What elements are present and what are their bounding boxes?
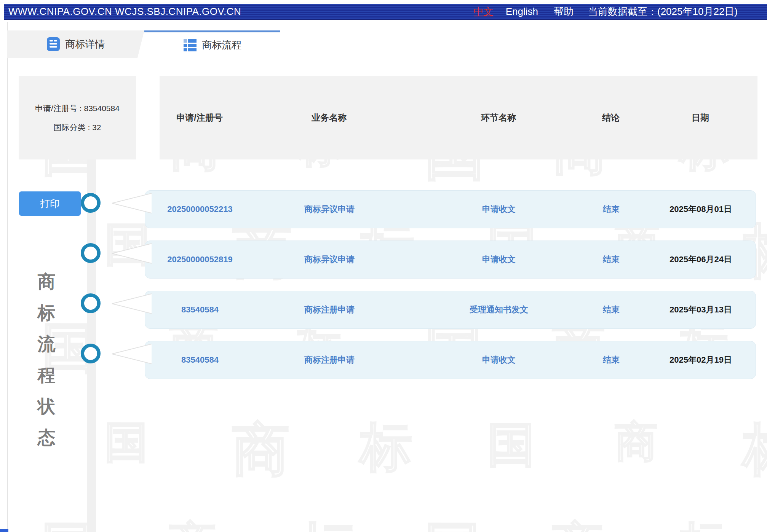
timeline-node-circle: [81, 344, 101, 363]
watermark-char: 标: [680, 521, 725, 532]
row-step-name: 申请收文: [419, 204, 579, 215]
tab-label: 商标详情: [66, 38, 105, 51]
timeline-node-circle: [81, 293, 101, 313]
process-row[interactable]: 83540584 商标注册申请 申请收文 结束 2025年02月19日: [145, 341, 756, 379]
row-conclusion: 结束: [579, 254, 644, 265]
row-date: 2025年03月13日: [644, 304, 758, 315]
timeline-node-circle: [81, 243, 101, 263]
row-business-name: 商标异议申请: [240, 204, 419, 215]
row-business-name: 商标注册申请: [240, 304, 419, 315]
row-app-no[interactable]: 83540584: [160, 355, 240, 365]
row-step-name: 申请收文: [419, 254, 579, 265]
watermark-char: 商: [615, 421, 657, 463]
application-info-panel: 申请/注册号 : 83540584 国际分类 : 32: [19, 76, 136, 159]
row-date: 2025年02月19日: [644, 354, 758, 366]
lang-chinese-link[interactable]: 中文: [474, 5, 494, 18]
watermark-char: 国: [42, 521, 93, 532]
table-header: 申请/注册号 业务名称 环节名称 结论 日期: [160, 76, 757, 159]
col-header-app-no: 申请/注册号: [160, 112, 240, 124]
col-header-date: 日期: [643, 112, 757, 124]
lang-english-link[interactable]: English: [506, 6, 538, 18]
vertical-title-char: 状: [38, 397, 56, 415]
data-cutoff-text: 当前数据截至：(2025年10月22日): [588, 5, 738, 18]
row-app-no[interactable]: 83540584: [160, 305, 240, 315]
watermark-char: 标: [360, 421, 412, 473]
row-step-name: 申请收文: [419, 354, 579, 366]
col-header-business: 业务名称: [240, 112, 419, 124]
row-pointer-arrow: [111, 192, 152, 214]
site-domains: WWW.CNIPA.GOV.CN WCJS.SBJ.CNIPA.GOV.CN: [4, 6, 241, 18]
row-app-no[interactable]: 20250000052213: [160, 204, 240, 214]
row-pointer-arrow: [111, 293, 152, 315]
row-conclusion: 结束: [579, 354, 644, 366]
row-pointer-arrow: [111, 242, 152, 264]
table-grid-icon: [183, 39, 197, 52]
top-bar: WWW.CNIPA.GOV.CN WCJS.SBJ.CNIPA.GOV.CN 中…: [4, 4, 767, 20]
watermark-char: 商: [232, 421, 289, 478]
vertical-page-title: 商标流程状态: [34, 272, 59, 446]
row-business-name: 商标异议申请: [240, 254, 419, 265]
page: 国商标国商标国商标国商标国商标国商标国商标国商标国商标国商标 WWW.CNIPA…: [0, 0, 767, 532]
top-divider-line: [0, 3, 767, 3]
topbar-links: 中文 English 帮助 当前数据截至：(2025年10月22日): [474, 5, 738, 18]
tab-trademark-flow[interactable]: 商标流程: [144, 30, 280, 58]
watermark-char: 标: [297, 521, 358, 532]
row-date: 2025年08月01日: [644, 204, 758, 215]
col-header-conclusion: 结论: [578, 112, 643, 124]
watermark-char: 商: [169, 521, 216, 532]
application-number-text: 申请/注册号 : 83540584: [35, 99, 120, 118]
help-link[interactable]: 帮助: [554, 5, 574, 18]
tab-bar: 商标详情 商标流程: [7, 30, 280, 58]
watermark-char: 国: [105, 421, 148, 464]
row-conclusion: 结束: [579, 304, 644, 315]
timeline-node-circle: [81, 193, 101, 213]
vertical-title-char: 流: [38, 335, 56, 353]
row-app-no[interactable]: 20250000052819: [160, 255, 240, 264]
tab-label: 商标流程: [202, 38, 242, 52]
row-conclusion: 结束: [579, 204, 644, 215]
print-button[interactable]: 打印: [19, 191, 81, 216]
watermark-char: 国: [487, 421, 535, 468]
page-left-border: [7, 22, 8, 532]
watermark-char: 国: [425, 521, 480, 532]
col-header-step: 环节名称: [419, 112, 578, 124]
document-list-icon: [46, 37, 60, 52]
vertical-title-char: 标: [38, 304, 56, 322]
vertical-title-char: 态: [38, 428, 56, 446]
floating-button-partial[interactable]: [0, 529, 8, 532]
watermark-char: 商: [552, 521, 603, 532]
row-date: 2025年06月24日: [644, 254, 758, 265]
vertical-title-char: 商: [38, 272, 56, 290]
process-row[interactable]: 83540584 商标注册申请 受理通知书发文 结束 2025年03月13日: [145, 291, 756, 329]
international-class-text: 国际分类 : 32: [54, 118, 101, 137]
row-business-name: 商标注册申请: [240, 354, 419, 366]
row-pointer-arrow: [111, 343, 152, 365]
tab-trademark-details[interactable]: 商标详情: [7, 30, 144, 58]
row-step-name: 受理通知书发文: [419, 304, 579, 315]
process-row[interactable]: 20250000052213 商标异议申请 申请收文 结束 2025年08月01…: [145, 190, 756, 228]
vertical-title-char: 程: [38, 366, 56, 384]
process-row[interactable]: 20250000052819 商标异议申请 申请收文 结束 2025年06月24…: [145, 241, 756, 279]
watermark-char: 标: [743, 421, 767, 477]
